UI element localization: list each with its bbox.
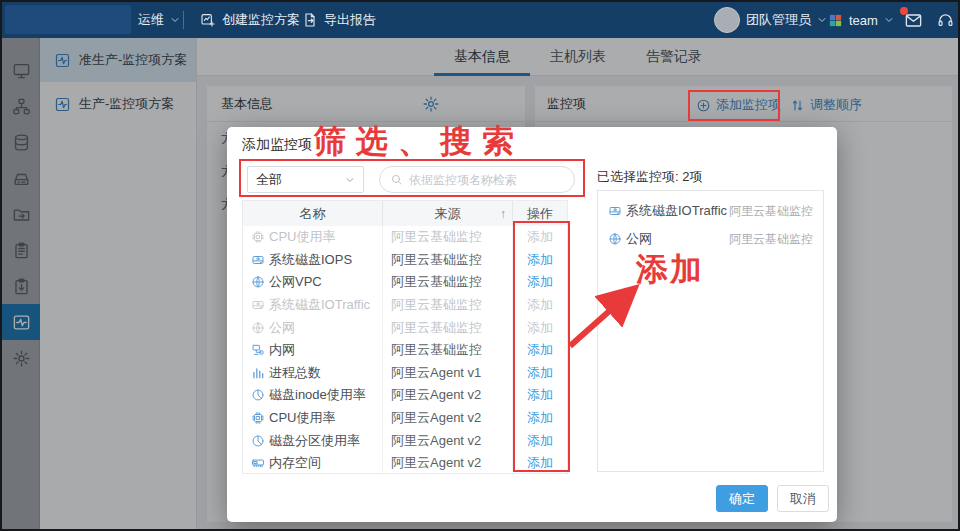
sort-asc-icon[interactable]: ↑: [500, 207, 506, 221]
selected-count-label: 已选择监控项: 2项: [597, 168, 702, 186]
add-item-link[interactable]: 添加: [513, 364, 567, 382]
selected-item: 系统磁盘IOTraffic 阿里云基础监控: [608, 199, 813, 223]
create-plan-button[interactable]: 创建监控方案: [200, 2, 300, 38]
table-header-row: 名称 来源 ↑ 操作: [243, 201, 567, 226]
item-source: 阿里云Agent v2: [383, 429, 513, 452]
monitor-item-row: 内网 阿里云基础监控 添加: [243, 339, 567, 362]
nav-ops-menu[interactable]: 运维: [138, 2, 180, 38]
item-source: 阿里云Agent v2: [383, 407, 513, 430]
team-name-label: team: [849, 13, 878, 28]
chevron-down-icon: [345, 175, 355, 185]
item-source: 阿里云Agent v2: [383, 452, 513, 475]
dialog-title: 添加监控项: [242, 136, 312, 154]
topbar-divider: [183, 11, 184, 29]
add-item-link[interactable]: 添加: [513, 432, 567, 450]
selected-item-name: 公网: [626, 230, 652, 248]
selected-item-source: 阿里云基础监控: [729, 231, 813, 248]
item-name: 磁盘inode使用率: [269, 386, 366, 404]
avatar[interactable]: [714, 7, 740, 33]
team-grid-icon: [828, 13, 843, 28]
item-source: 阿里云基础监控: [383, 339, 513, 362]
headset-icon: [937, 12, 954, 29]
monitor-item-row: 系统磁盘IOTraffic 阿里云基础监控 添加: [243, 294, 567, 317]
pie-icon: [251, 388, 265, 402]
add-item-link[interactable]: 添加: [513, 454, 567, 472]
item-name: 系统磁盘IOPS: [269, 251, 352, 269]
source-filter-dropdown[interactable]: 全部: [247, 166, 364, 193]
cpu-icon: [251, 411, 265, 425]
add-monitor-item-dialog: 添加监控项 全部 名称 来源 ↑ 操作 CPU使用率: [227, 127, 837, 522]
user-menu[interactable]: 团队管理员: [746, 2, 827, 38]
topbar: 运维 创建监控方案 导出报告 团队管理员 team: [2, 2, 958, 38]
cpu-icon: [251, 230, 265, 244]
monitor-item-row: CPU使用率 阿里云基础监控 添加: [243, 226, 567, 249]
monitor-item-row: 公网VPC 阿里云基础监控 添加: [243, 271, 567, 294]
item-source: 阿里云Agent v2: [383, 384, 513, 407]
memory-icon: [251, 456, 265, 470]
logo-placeholder: [5, 5, 131, 34]
app-window: 运维 创建监控方案 导出报告 团队管理员 team: [0, 0, 960, 531]
item-name: 磁盘分区使用率: [269, 432, 360, 450]
messages-button[interactable]: [904, 2, 923, 38]
item-source: 阿里云基础监控: [383, 294, 513, 317]
monitor-item-row: CPU使用率 阿里云Agent v2 添加: [243, 407, 567, 430]
search-input[interactable]: [409, 173, 564, 187]
item-name: 内网: [269, 341, 295, 359]
add-item-link: 添加: [513, 319, 567, 337]
selected-items-panel: 系统磁盘IOTraffic 阿里云基础监控 公网 阿里云基础监控: [597, 190, 824, 472]
item-name: 内存空间: [269, 454, 321, 472]
chevron-down-icon: [817, 15, 827, 25]
monitor-item-row: 公网 阿里云基础监控 添加: [243, 316, 567, 339]
header-action: 操作: [513, 201, 567, 226]
cancel-button[interactable]: 取消: [777, 485, 829, 512]
selected-item-source: 阿里云基础监控: [729, 203, 813, 220]
item-source: 阿里云基础监控: [383, 316, 513, 339]
header-source[interactable]: 来源 ↑: [383, 201, 513, 226]
monitor-item-row: 内存空间 阿里云Agent v2 添加: [243, 452, 567, 475]
create-plan-label: 创建监控方案: [222, 11, 300, 29]
notification-badge: [900, 7, 908, 15]
item-source: 阿里云Agent v1: [383, 362, 513, 385]
chart-icon: [251, 366, 265, 380]
team-menu[interactable]: team: [828, 2, 894, 38]
add-item-link[interactable]: 添加: [513, 251, 567, 269]
disk-icon: [251, 298, 265, 312]
monitor-item-row: 磁盘分区使用率 阿里云Agent v2 添加: [243, 429, 567, 452]
item-name: 系统磁盘IOTraffic: [269, 296, 370, 314]
chevron-down-icon: [884, 15, 894, 25]
disk-icon: [251, 253, 265, 267]
globe-icon: [608, 232, 622, 246]
header-name: 名称: [243, 201, 383, 226]
add-item-link[interactable]: 添加: [513, 273, 567, 291]
item-source: 阿里云基础监控: [383, 249, 513, 272]
user-name-label: 团队管理员: [746, 11, 811, 29]
confirm-button[interactable]: 确定: [716, 485, 768, 512]
item-name: 公网: [269, 319, 295, 337]
disk-icon: [608, 204, 622, 218]
pie-icon: [251, 434, 265, 448]
chart-plus-icon: [200, 12, 216, 28]
support-button[interactable]: [937, 2, 954, 38]
file-export-icon: [302, 12, 318, 28]
available-items-table: 名称 来源 ↑ 操作 CPU使用率 阿里云基础监控 添加 系统磁盘IOPS: [242, 200, 568, 474]
item-name: 进程总数: [269, 364, 321, 382]
item-source: 阿里云基础监控: [383, 226, 513, 249]
add-item-link[interactable]: 添加: [513, 386, 567, 404]
network-icon: [251, 343, 265, 357]
item-source: 阿里云基础监控: [383, 271, 513, 294]
monitor-item-row: 系统磁盘IOPS 阿里云基础监控 添加: [243, 249, 567, 272]
globe-icon: [251, 321, 265, 335]
envelope-icon: [904, 11, 923, 30]
monitor-item-searchbox: [379, 166, 575, 193]
add-item-link[interactable]: 添加: [513, 341, 567, 359]
selected-item-name: 系统磁盘IOTraffic: [626, 202, 727, 220]
item-name: 公网VPC: [269, 273, 322, 291]
source-filter-value: 全部: [256, 171, 282, 189]
add-item-link[interactable]: 添加: [513, 409, 567, 427]
export-report-button[interactable]: 导出报告: [302, 2, 376, 38]
selected-item: 公网 阿里云基础监控: [608, 227, 813, 251]
monitor-item-row: 进程总数 阿里云Agent v1 添加: [243, 362, 567, 385]
item-name: CPU使用率: [269, 228, 335, 246]
export-report-label: 导出报告: [324, 11, 376, 29]
monitor-item-row: 磁盘inode使用率 阿里云Agent v2 添加: [243, 384, 567, 407]
